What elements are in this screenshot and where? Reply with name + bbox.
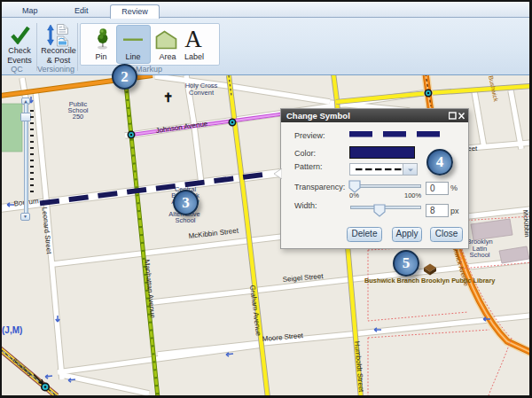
svg-text:250: 250	[73, 113, 84, 121]
svg-text:Leonard Street: Leonard Street	[41, 207, 54, 254]
svg-text:School: School	[176, 216, 196, 224]
svg-text:McKibbin: McKibbin	[521, 210, 529, 238]
svg-text:Convent: Convent	[189, 89, 215, 97]
svg-text:McKibbin Street: McKibbin Street	[188, 227, 239, 240]
svg-text:✝: ✝	[163, 91, 174, 105]
svg-text:Johnson Avenue: Johnson Avenue	[155, 120, 208, 135]
svg-text:Bushwick Branch Brooklyn Publi: Bushwick Branch Brooklyn Public Library	[364, 277, 496, 285]
svg-text:Broadway: Broadway	[12, 357, 33, 377]
svg-text:Humboldt Street: Humboldt Street	[353, 340, 365, 393]
svg-text:(J,M): (J,M)	[2, 325, 22, 335]
svg-text:School: School	[470, 251, 490, 259]
